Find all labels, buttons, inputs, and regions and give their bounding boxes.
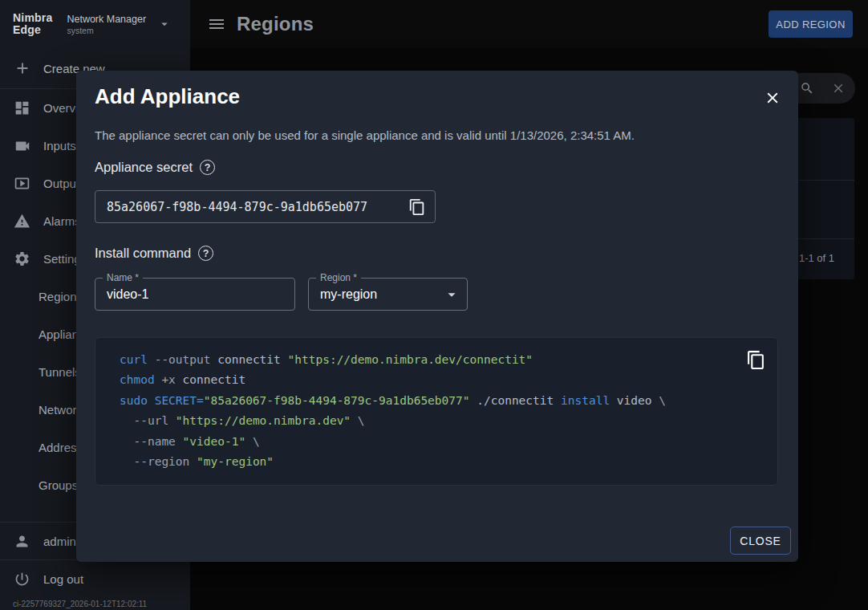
tenant-subtitle: system bbox=[67, 26, 146, 35]
tenant-selector[interactable]: Network Manager system bbox=[67, 14, 182, 35]
videocam-icon bbox=[14, 137, 31, 155]
play-video-icon bbox=[14, 175, 31, 192]
chevron-down-icon bbox=[157, 17, 172, 31]
search-icon[interactable] bbox=[800, 81, 814, 96]
help-icon[interactable]: ? bbox=[200, 160, 215, 175]
copy-command-icon[interactable] bbox=[746, 350, 766, 370]
copy-secret-icon[interactable] bbox=[408, 198, 426, 216]
gear-icon bbox=[14, 250, 31, 267]
dialog-title: Add Appliance bbox=[95, 84, 240, 109]
build-version: ci-2257769327_2026-01-12T12:02:11 bbox=[0, 598, 190, 610]
sidebar-header: Nimbra Edge Network Manager system bbox=[0, 0, 190, 48]
logout-label: Log out bbox=[43, 572, 83, 586]
sidebar-subitem-label: Groups bbox=[39, 478, 78, 492]
code-line: --url "https://demo.nimbra.dev" \ bbox=[120, 411, 777, 431]
name-field-label: Name * bbox=[103, 272, 143, 283]
tenant-name: Network Manager bbox=[67, 14, 146, 25]
code-line: chmod +x connectit bbox=[120, 370, 777, 390]
sidebar-item-logout[interactable]: Log out bbox=[0, 559, 190, 598]
dashboard-icon bbox=[14, 100, 31, 116]
close-button[interactable]: CLOSE bbox=[730, 527, 791, 555]
brand-line2: Edge bbox=[13, 24, 52, 36]
person-icon bbox=[14, 533, 31, 550]
sidebar-item-label: Alarms bbox=[43, 214, 81, 228]
menu-icon[interactable] bbox=[207, 14, 226, 34]
code-line: --region "my-region" bbox=[120, 452, 777, 472]
dialog-subtitle: The appliance secret can only be used fo… bbox=[95, 128, 635, 142]
sidebar-item-label: Inputs bbox=[43, 139, 76, 152]
plus-icon bbox=[14, 59, 31, 77]
brand-line1: Nimbra bbox=[13, 12, 52, 24]
close-icon[interactable] bbox=[764, 89, 781, 107]
appliance-secret-value: 85a26067-f98b-4494-879c-9a1db65eb077 bbox=[107, 200, 408, 214]
sidebar-subitem-label: Tunnels bbox=[39, 365, 81, 379]
pagination-label: 1-1 of 1 bbox=[799, 252, 834, 264]
name-field-value: video-1 bbox=[107, 287, 148, 302]
add-appliance-dialog: Add Appliance The appliance secret can o… bbox=[76, 71, 798, 562]
appliance-secret-field[interactable]: 85a26067-f98b-4494-879c-9a1db65eb077 bbox=[95, 190, 436, 223]
region-select[interactable]: Region * my-region bbox=[308, 278, 468, 311]
code-line: sudo SECRET="85a26067-f98b-4494-879c-9a1… bbox=[120, 391, 777, 411]
appliance-secret-section: Appliance secret ? bbox=[95, 160, 215, 175]
code-line: curl --output connectit "https://demo.ni… bbox=[120, 350, 777, 370]
brand-logo: Nimbra Edge bbox=[13, 12, 52, 36]
install-command-label: Install command bbox=[95, 246, 191, 261]
help-icon[interactable]: ? bbox=[198, 246, 213, 261]
username: admin bbox=[43, 535, 76, 548]
power-icon bbox=[14, 571, 31, 588]
dropdown-caret-icon bbox=[443, 286, 460, 303]
page-title: Regions bbox=[237, 13, 314, 35]
region-select-label: Region * bbox=[316, 272, 361, 283]
install-command-section: Install command ? bbox=[95, 246, 213, 261]
region-select-value: my-region bbox=[320, 287, 377, 302]
warning-icon bbox=[14, 213, 31, 230]
code-line: --name "video-1" \ bbox=[120, 432, 777, 452]
install-command-code: curl --output connectit "https://demo.ni… bbox=[95, 337, 778, 486]
name-field[interactable]: Name * video-1 bbox=[95, 278, 295, 311]
add-region-button[interactable]: ADD REGION bbox=[769, 10, 853, 38]
top-bar: Regions ADD REGION bbox=[190, 0, 868, 48]
clear-search-icon[interactable] bbox=[831, 81, 846, 96]
appliance-secret-label: Appliance secret bbox=[95, 160, 193, 175]
